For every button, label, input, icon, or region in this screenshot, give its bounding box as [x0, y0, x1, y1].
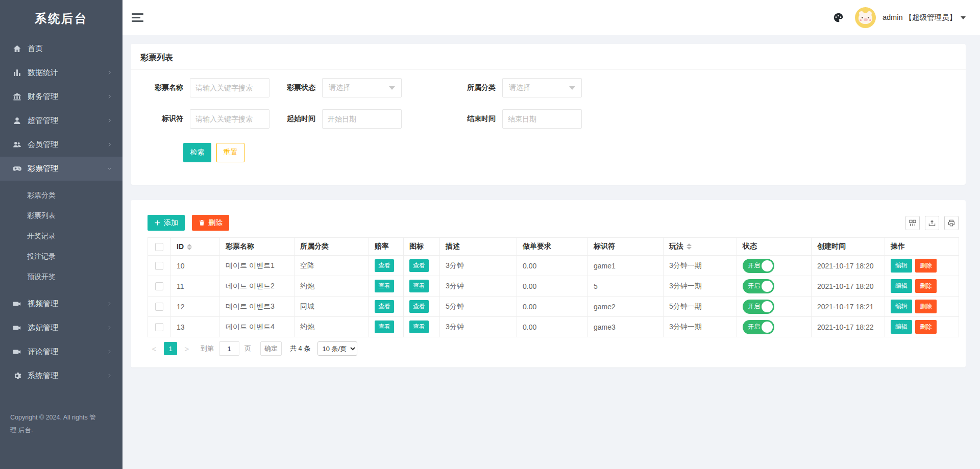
col-id[interactable]: ID	[171, 238, 220, 256]
lottery-status-select[interactable]: 请选择	[322, 78, 402, 97]
sidebar-item-finance[interactable]: 财务管理	[0, 85, 122, 109]
sidebar-item-superadmin[interactable]: 超管管理	[0, 109, 122, 133]
sidebar-item-label: 超管管理	[28, 116, 107, 126]
add-button[interactable]: 添加	[148, 215, 185, 231]
search-button[interactable]: 检索	[183, 143, 211, 162]
row-checkbox[interactable]	[155, 282, 163, 290]
field-category: 所属分类 请选择	[457, 78, 582, 97]
col-category: 所属分类	[295, 238, 369, 256]
cell-play: 3分钟一期	[664, 256, 737, 276]
sidebar-item-comments[interactable]: 评论管理	[0, 340, 122, 364]
col-play[interactable]: 玩法	[664, 238, 737, 256]
col-actions: 操作	[885, 238, 959, 256]
table-row: 12 데이트 이벤트3 同城 查看 查看 5分钟 0.00 game2 5分钟一…	[148, 297, 959, 317]
sidebar-menu: 首页 数据统计 财务管理 超管管理 会员管理 彩票管理	[0, 37, 122, 388]
view-icon-button[interactable]: 查看	[409, 259, 429, 272]
avatar[interactable]	[855, 7, 876, 28]
edit-button[interactable]: 编辑	[891, 259, 912, 273]
status-toggle[interactable]: 开启	[743, 259, 774, 273]
edit-button[interactable]: 编辑	[891, 279, 912, 293]
view-icon-button[interactable]: 查看	[409, 320, 429, 333]
start-date-input[interactable]	[322, 109, 402, 129]
data-table: ID 彩票名称 所属分类 赔率 图标 描述 做单要求 标识符 玩法 状态 创建时…	[148, 237, 959, 337]
sidebar-item-home[interactable]: 首页	[0, 37, 122, 61]
cell-id: 10	[171, 256, 220, 276]
identifier-input[interactable]	[190, 109, 270, 129]
print-icon[interactable]	[944, 216, 959, 230]
delete-button[interactable]: 删除	[915, 259, 937, 273]
page-size-select[interactable]: 10 条/页	[317, 341, 357, 356]
cell-created: 2021-10-17 18:21	[812, 297, 885, 317]
table-panel: 添加 删除	[131, 200, 966, 367]
chevron-down-icon	[107, 166, 112, 171]
current-page-button[interactable]: 1	[164, 342, 177, 355]
columns-icon[interactable]	[905, 216, 920, 230]
view-odds-button[interactable]: 查看	[375, 320, 394, 333]
goto-label: 到第	[201, 344, 214, 353]
export-icon[interactable]	[925, 216, 939, 230]
delete-button[interactable]: 删除	[915, 320, 937, 334]
chevron-right-icon	[107, 142, 112, 147]
cell-name: 데이트 이벤트3	[220, 297, 295, 317]
category-select[interactable]: 请选择	[502, 78, 582, 97]
row-checkbox[interactable]	[155, 323, 163, 331]
sidebar-subitem-lottery-list[interactable]: 彩票列表	[0, 205, 122, 226]
view-odds-button[interactable]: 查看	[375, 300, 394, 313]
col-odds: 赔率	[369, 238, 404, 256]
sidebar-item-video[interactable]: 视频管理	[0, 292, 122, 316]
sidebar-subitem-preset-draw[interactable]: 预设开奖	[0, 266, 122, 287]
goto-confirm-button[interactable]: 确定	[260, 341, 282, 356]
end-date-input[interactable]	[502, 109, 582, 129]
user-dropdown-caret-icon[interactable]	[961, 16, 966, 19]
sort-icon[interactable]	[187, 244, 192, 250]
view-icon-button[interactable]: 查看	[409, 280, 429, 292]
cell-requirement: 0.00	[517, 256, 588, 276]
cell-identifier: game1	[588, 256, 664, 276]
reset-button[interactable]: 重置	[216, 143, 244, 162]
field-label: 结束时间	[457, 114, 496, 124]
sidebar-item-girls[interactable]: 选妃管理	[0, 316, 122, 340]
edit-button[interactable]: 编辑	[891, 300, 912, 313]
cell-requirement: 0.00	[517, 276, 588, 297]
sort-icon[interactable]	[687, 243, 692, 250]
cell-created: 2021-10-17 18:20	[812, 276, 885, 297]
row-checkbox[interactable]	[155, 262, 163, 270]
status-toggle[interactable]: 开启	[743, 279, 774, 293]
view-odds-button[interactable]: 查看	[375, 259, 394, 272]
cell-play: 3分钟一期	[664, 276, 737, 297]
cell-created: 2021-10-17 18:22	[812, 317, 885, 337]
sidebar-item-statistics[interactable]: 数据统计	[0, 61, 122, 85]
palette-icon[interactable]	[833, 12, 844, 23]
next-page-icon[interactable]: >	[183, 344, 190, 353]
delete-button[interactable]: 删除	[915, 279, 937, 293]
select-all-checkbox[interactable]	[155, 243, 163, 251]
prev-page-icon[interactable]: <	[151, 344, 158, 353]
row-checkbox[interactable]	[155, 303, 163, 311]
cell-id: 11	[171, 276, 220, 297]
sidebar-submenu-lottery: 彩票分类 彩票列表 开奖记录 投注记录 预设开奖	[0, 181, 122, 292]
sidebar-item-system[interactable]: 系统管理	[0, 364, 122, 388]
delete-button[interactable]: 删除	[915, 300, 937, 313]
sidebar-subitem-bet-records[interactable]: 投注记录	[0, 246, 122, 266]
sidebar-item-lottery[interactable]: 彩票管理	[0, 157, 122, 181]
field-lottery-status: 彩票状态 请选择	[277, 78, 402, 97]
edit-button[interactable]: 编辑	[891, 320, 912, 334]
view-icon-button[interactable]: 查看	[409, 300, 429, 313]
username-text[interactable]: admin 【超级管理员】	[883, 13, 957, 22]
search-form-row-2: 标识符 起始时间 结束时间	[131, 109, 966, 129]
goto-page-input[interactable]	[219, 341, 239, 356]
status-toggle[interactable]: 开启	[743, 300, 774, 314]
sidebar-subitem-lottery-category[interactable]: 彩票分类	[0, 185, 122, 205]
lottery-name-input[interactable]	[190, 78, 270, 97]
cell-desc: 3分钟	[440, 317, 517, 337]
sidebar-item-members[interactable]: 会员管理	[0, 133, 122, 157]
sidebar-item-label: 视频管理	[28, 299, 107, 309]
menu-toggle-icon[interactable]	[132, 11, 143, 24]
view-odds-button[interactable]: 查看	[375, 280, 394, 292]
batch-delete-button[interactable]: 删除	[192, 215, 229, 231]
table-row: 10 데이트 이벤트1 空降 查看 查看 3分钟 0.00 game1 3分钟一…	[148, 256, 959, 276]
sidebar-item-label: 财务管理	[28, 92, 107, 102]
cell-requirement: 0.00	[517, 317, 588, 337]
status-toggle[interactable]: 开启	[743, 320, 774, 334]
sidebar-subitem-draw-records[interactable]: 开奖记录	[0, 226, 122, 246]
